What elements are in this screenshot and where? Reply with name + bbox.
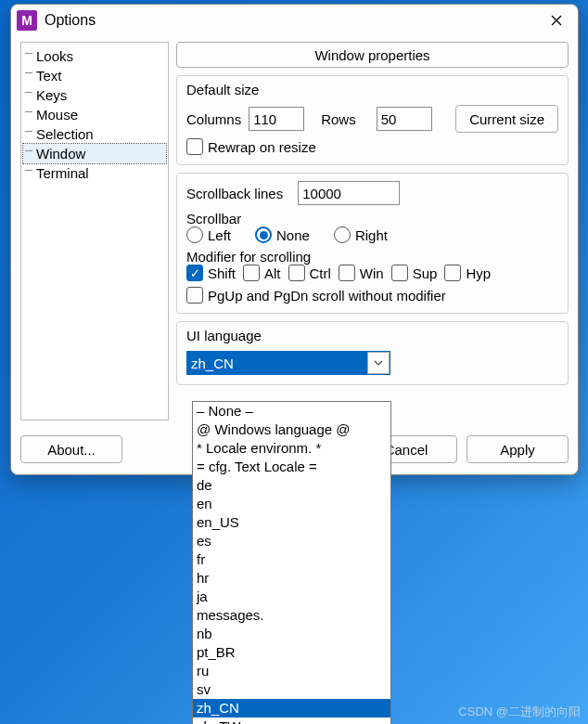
scrollbar-right-radio[interactable]: Right [334, 226, 388, 243]
default-size-title: Default size [186, 82, 558, 97]
rewrap-checkbox[interactable]: Rewrap on resize [186, 138, 316, 155]
ui-language-dropdown[interactable]: – None –@ Windows language @* Locale env… [192, 401, 391, 724]
pgup-checkbox[interactable]: PgUp and PgDn scroll without modifier [186, 287, 446, 304]
ui-language-input[interactable] [186, 351, 390, 375]
scroll-group: Scrollback lines Scrollbar Left None Rig… [176, 173, 569, 314]
watermark: CSDN @二进制的向阳 [458, 704, 581, 720]
close-icon [551, 15, 562, 26]
checkbox-icon [186, 265, 203, 281]
rows-label: Rows [321, 111, 356, 127]
dropdown-option[interactable]: de [193, 476, 390, 495]
about-button[interactable]: About... [20, 435, 122, 463]
dropdown-option[interactable]: sv [193, 680, 390, 699]
sidebar-item-selection[interactable]: Selection [23, 124, 166, 144]
ui-language-combo[interactable] [186, 351, 390, 375]
scrollbar-none-radio[interactable]: None [255, 226, 310, 243]
app-icon: M [17, 10, 37, 31]
checkbox-icon [391, 265, 408, 281]
window-properties-button[interactable]: Window properties [176, 42, 569, 68]
dropdown-option[interactable]: en_US [193, 513, 390, 532]
chevron-down-icon [374, 360, 383, 366]
mod-sup-checkbox[interactable]: Sup [391, 265, 438, 281]
modifier-label: Modifier for scrolling [186, 249, 558, 265]
mod-hyp-checkbox[interactable]: Hyp [444, 265, 491, 281]
scrollback-label: Scrollback lines [186, 186, 283, 201]
checkbox-icon [288, 265, 305, 281]
sidebar-item-looks[interactable]: Looks [23, 46, 166, 66]
mod-ctrl-checkbox[interactable]: Ctrl [288, 265, 331, 281]
checkbox-icon [186, 138, 203, 155]
dropdown-option[interactable]: es [193, 532, 390, 550]
dropdown-option[interactable]: = cfg. Text Locale = [193, 458, 390, 476]
sidebar-item-keys[interactable]: Keys [23, 85, 166, 105]
sidebar-item-mouse[interactable]: Mouse [23, 105, 166, 124]
checkbox-icon [444, 265, 461, 281]
dropdown-option[interactable]: – None – [193, 402, 390, 420]
checkbox-icon [339, 265, 355, 281]
scrollbar-left-radio[interactable]: Left [186, 226, 231, 243]
dropdown-option[interactable]: messages. [193, 606, 390, 625]
apply-button[interactable]: Apply [467, 435, 569, 463]
dropdown-option[interactable]: en [193, 495, 390, 513]
ui-language-title: UI language [186, 328, 558, 343]
dropdown-option[interactable]: hr [193, 569, 390, 588]
dropdown-option[interactable]: zh_CN [193, 699, 390, 718]
content-area: Looks Text Keys Mouse Selection Window T… [11, 36, 578, 430]
titlebar: M Options [11, 5, 578, 36]
rewrap-label: Rewrap on resize [208, 139, 316, 155]
dropdown-option[interactable]: * Locale environm. * [193, 439, 390, 458]
scrollbar-label: Scrollbar [186, 211, 558, 226]
dropdown-option[interactable]: fr [193, 550, 390, 569]
default-size-group: Default size Columns Rows Current size R… [176, 75, 569, 165]
dropdown-option[interactable]: @ Windows language @ [193, 420, 390, 439]
dropdown-option[interactable]: pt_BR [193, 643, 390, 662]
dropdown-option[interactable]: nb [193, 625, 390, 643]
options-dialog: M Options Looks Text Keys Mouse Selectio… [10, 4, 579, 475]
radio-icon [186, 226, 203, 243]
dropdown-option[interactable]: ja [193, 588, 390, 606]
dropdown-option[interactable]: zh_TW [193, 718, 390, 724]
dropdown-option[interactable]: ru [193, 662, 390, 680]
sidebar-item-terminal[interactable]: Terminal [23, 163, 166, 183]
columns-label: Columns [186, 111, 241, 127]
mod-shift-checkbox[interactable]: Shift [186, 265, 236, 281]
sidebar-item-window[interactable]: Window [23, 144, 166, 163]
window-title: Options [45, 12, 535, 29]
current-size-button[interactable]: Current size [455, 105, 558, 133]
close-button[interactable] [535, 5, 578, 36]
checkbox-icon [186, 287, 203, 304]
radio-icon [255, 226, 272, 243]
main-panel: Window properties Default size Columns R… [176, 42, 569, 420]
scrollback-input[interactable] [298, 181, 400, 205]
ui-language-group: UI language [176, 321, 569, 385]
rows-input[interactable] [377, 107, 432, 131]
sidebar: Looks Text Keys Mouse Selection Window T… [20, 42, 169, 420]
combo-dropdown-button[interactable] [367, 352, 390, 374]
mod-win-checkbox[interactable]: Win [339, 265, 384, 281]
sidebar-item-text[interactable]: Text [23, 66, 166, 85]
checkbox-icon [243, 265, 260, 281]
columns-input[interactable] [249, 107, 304, 131]
radio-icon [334, 226, 351, 243]
mod-alt-checkbox[interactable]: Alt [243, 265, 281, 281]
